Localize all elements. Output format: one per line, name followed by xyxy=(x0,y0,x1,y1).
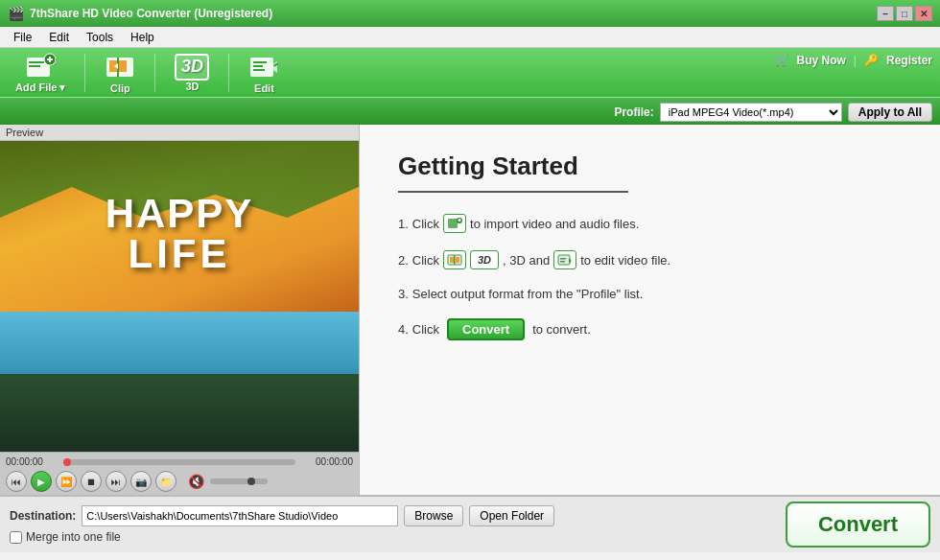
playback-bar: 00:00:00 00:00:00 ⏮ ▶ ⏩ ⏹ ⏭ 📷 📁 🔇 xyxy=(0,452,359,495)
svg-rect-24 xyxy=(454,255,456,265)
edit-button[interactable]: Edit xyxy=(241,48,287,98)
svg-rect-25 xyxy=(558,255,570,265)
step1-click: Click xyxy=(412,217,439,231)
menubar: File Edit Tools Help xyxy=(0,27,940,48)
step2-num: 2. xyxy=(398,253,409,268)
go-start-button[interactable]: ⏮ xyxy=(6,471,27,492)
threed-text: 3D xyxy=(181,57,203,77)
volume-dot xyxy=(247,478,255,485)
titlebar: 🎬 7thShare HD Video Converter (Unregiste… xyxy=(0,0,940,27)
clip-label: Clip xyxy=(110,82,130,94)
profile-select[interactable]: iPad MPEG4 Video(*.mp4) xyxy=(660,103,842,122)
svg-rect-26 xyxy=(560,258,566,260)
svg-rect-22 xyxy=(450,257,454,263)
clip-icon xyxy=(105,52,135,82)
window-controls: – □ ✕ xyxy=(877,6,932,21)
step3-text: Select output format from the "Profile" … xyxy=(412,287,643,301)
threed-step-icon: 3D xyxy=(470,250,499,269)
step-4: 4. Click Convert to convert. xyxy=(398,318,902,340)
progress-bar[interactable] xyxy=(63,459,295,465)
getting-started-panel: Getting Started 1. Click to import video… xyxy=(360,125,940,495)
minimize-button[interactable]: – xyxy=(877,6,894,21)
time-row: 00:00:00 00:00:00 xyxy=(6,456,353,467)
next-frame-button[interactable]: ⏭ xyxy=(106,471,127,492)
step-2: 2. Click 3D , 3D and to edit video file. xyxy=(398,250,902,269)
add-file-icon xyxy=(25,51,56,82)
step2-suffix: to edit video file. xyxy=(580,253,670,268)
step3-num: 3. xyxy=(398,287,409,301)
menu-file[interactable]: File xyxy=(6,29,39,46)
buy-now-link[interactable]: Buy Now xyxy=(797,54,846,67)
svg-rect-27 xyxy=(560,261,565,263)
threed-button[interactable]: 3D 3D xyxy=(167,50,217,96)
edit-label: Edit xyxy=(254,82,274,94)
snapshot-button[interactable]: 📷 xyxy=(130,471,152,492)
step1-suffix: to import video and audio files. xyxy=(470,217,639,231)
app-icon: 🎬 xyxy=(8,6,24,21)
volume-slider[interactable] xyxy=(210,478,268,484)
preview-label: Preview xyxy=(0,125,359,141)
add-file-button[interactable]: Add File ▾ xyxy=(8,47,73,98)
step4-click: Click xyxy=(412,322,439,337)
separator-2 xyxy=(154,54,155,92)
video-text-life: LIFE xyxy=(106,234,254,274)
svg-rect-2 xyxy=(29,65,40,67)
step-1: 1. Click to import video and audio files… xyxy=(398,214,902,233)
play-button[interactable]: ▶ xyxy=(31,471,52,492)
add-file-label: Add File ▾ xyxy=(15,82,65,94)
svg-rect-1 xyxy=(29,61,44,63)
edit-step-icon xyxy=(553,250,576,269)
app-title: 7thShare HD Video Converter (Unregistere… xyxy=(30,7,272,20)
svg-rect-17 xyxy=(448,219,458,228)
clip-button[interactable]: Clip xyxy=(97,48,143,98)
preview-video: HAPPY LIFE xyxy=(0,141,359,452)
restore-button[interactable]: □ xyxy=(896,6,913,21)
convert-button[interactable]: Convert xyxy=(786,502,930,548)
controls-row: ⏮ ▶ ⏩ ⏹ ⏭ 📷 📁 🔇 xyxy=(6,471,353,492)
svg-rect-12 xyxy=(253,61,267,63)
step2-middle: , 3D and xyxy=(503,253,550,268)
browse-button[interactable]: Browse xyxy=(404,505,463,526)
step4-num: 4. xyxy=(398,322,409,337)
close-button[interactable]: ✕ xyxy=(915,6,932,21)
edit-icon xyxy=(248,52,279,82)
open-folder-button[interactable]: Open Folder xyxy=(469,505,554,526)
getting-started-title: Getting Started xyxy=(398,152,902,181)
step1-num: 1. xyxy=(398,217,409,231)
step4-suffix: to convert. xyxy=(532,322,591,337)
svg-rect-8 xyxy=(119,60,127,72)
svg-rect-13 xyxy=(253,65,263,67)
menu-tools[interactable]: Tools xyxy=(79,29,121,46)
convert-inline-button[interactable]: Convert xyxy=(447,318,525,340)
stop-button[interactable]: ⏹ xyxy=(81,471,102,492)
bottom-bar: Destination: Browse Open Folder Merge in… xyxy=(0,495,940,552)
register-link[interactable]: Register xyxy=(886,54,932,67)
time-start: 00:00:00 xyxy=(6,456,59,467)
folder-button[interactable]: 📁 xyxy=(155,471,176,492)
merge-checkbox[interactable] xyxy=(10,531,22,544)
menu-help[interactable]: Help xyxy=(123,29,162,46)
svg-rect-14 xyxy=(253,69,265,71)
threed-label: 3D xyxy=(185,81,199,92)
clip-step-icon xyxy=(443,250,466,269)
threed-icon: 3D xyxy=(175,54,209,81)
destination-label: Destination: xyxy=(10,509,76,523)
separator-3 xyxy=(228,54,229,92)
preview-panel: Preview HAPPY LIFE 00:00:00 xyxy=(0,125,360,495)
main-content: Preview HAPPY LIFE 00:00:00 xyxy=(0,125,940,495)
merge-label: Merge into one file xyxy=(26,530,121,544)
progress-dot xyxy=(63,458,71,466)
apply-all-button[interactable]: Apply to All xyxy=(848,103,932,122)
time-end: 00:00:00 xyxy=(299,456,353,467)
svg-rect-5 xyxy=(49,57,51,62)
import-icon xyxy=(443,214,466,233)
step2-click: Click xyxy=(412,253,439,268)
menu-edit[interactable]: Edit xyxy=(41,29,77,46)
svg-rect-20 xyxy=(459,219,461,222)
separator-1 xyxy=(84,54,85,92)
fast-forward-button[interactable]: ⏩ xyxy=(56,471,77,492)
destination-input[interactable] xyxy=(82,505,398,526)
profile-label: Profile: xyxy=(614,105,653,119)
svg-rect-23 xyxy=(456,257,459,263)
video-text-happy: HAPPY xyxy=(106,194,254,234)
